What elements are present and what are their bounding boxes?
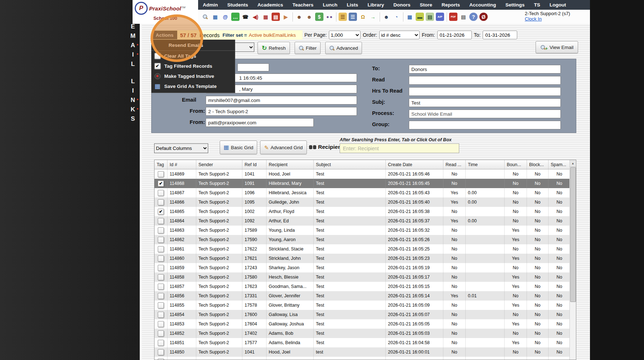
ap-icon[interactable]: A/P — [436, 13, 444, 21]
column-header-boun[interactable]: Boun... — [505, 160, 527, 169]
columns-select[interactable]: Default Columns — [154, 143, 208, 153]
form-input-left-4[interactable] — [206, 107, 357, 116]
tag-checkbox[interactable] — [158, 227, 164, 234]
table-row[interactable]: 114854Tech Support-217600Galloway, LisaT… — [155, 310, 576, 319]
order-select[interactable]: id # desc — [379, 31, 420, 39]
actions-button[interactable]: Actions — [152, 31, 177, 39]
nav-item-reports[interactable]: Reports — [437, 0, 465, 10]
nav-item-logout[interactable]: Logout — [545, 0, 571, 10]
menu-item-clear-all-tags[interactable]: Clear All Tags — [151, 51, 235, 61]
nav-item-admin[interactable]: Admin — [198, 0, 223, 10]
table-row[interactable]: 114861Tech Support-217622Strickland, Sta… — [155, 244, 576, 254]
column-header-spam[interactable]: Spam... — [549, 160, 571, 169]
nurse-icon[interactable]: ☻ — [295, 13, 303, 21]
tag-checkbox[interactable] — [158, 265, 164, 271]
column-header-recipient[interactable]: Recipient — [267, 160, 314, 169]
pdf-icon[interactable]: PDF — [449, 13, 457, 21]
nav-item-accounting[interactable]: Accounting — [465, 0, 501, 10]
clock-in-link[interactable]: Clock In — [525, 16, 608, 22]
table-row[interactable]: 114867Tech Support-21096Hillebrand, Jess… — [155, 188, 576, 197]
table-row[interactable]: 114855Tech Support-217578Glover, Brittan… — [155, 301, 576, 310]
table-row[interactable]: 114852Tech Support-217402Adams, BobTest2… — [155, 329, 576, 338]
table-row[interactable]: 114864Tech Support-21092Arthur, EdTest20… — [155, 216, 576, 226]
megaphone-icon[interactable]: ▶ — [282, 13, 290, 21]
tag-checkbox[interactable] — [158, 349, 164, 355]
tag-checkbox[interactable] — [158, 181, 164, 187]
bell-icon[interactable]: Ω — [359, 13, 367, 21]
calendar-grid-icon[interactable]: ▦ — [261, 13, 270, 21]
column-header-block[interactable]: Block... — [527, 160, 549, 169]
family-icon[interactable]: ☻☻ — [325, 13, 334, 21]
tag-checkbox[interactable] — [158, 190, 164, 196]
cash-printer-icon[interactable]: ▤ — [426, 13, 434, 21]
tag-checkbox[interactable] — [158, 255, 164, 262]
column-header-read[interactable]: Read ... — [443, 160, 466, 169]
scroll-up-button[interactable]: ▲ — [570, 160, 576, 167]
table-row[interactable]: 114865Tech Support-21002Arthur, FloydTes… — [155, 207, 576, 216]
menu-item-resend-emails[interactable]: Resend Emails — [151, 40, 235, 51]
parent-icon[interactable]: ☻ — [305, 13, 313, 21]
from-date-input[interactable] — [437, 31, 472, 39]
nav-item-settings[interactable]: Settings — [501, 0, 529, 10]
tag-checkbox[interactable] — [158, 302, 164, 308]
menu-item-make-tagged-inactive[interactable]: Make Tagged Inactive — [151, 71, 235, 81]
column-header-id[interactable]: Id # — [167, 160, 196, 169]
tag-checkbox[interactable] — [158, 209, 164, 215]
nav-item-lists[interactable]: Lists — [342, 0, 363, 10]
advanced-button[interactable]: Advanced — [325, 42, 362, 54]
table-row[interactable]: 114859Tech Support-217243Sharkey, JasonT… — [155, 263, 576, 272]
table-row[interactable]: 114851Tech Support-217577Adams, BelindaT… — [155, 338, 576, 347]
sound-icon[interactable]: ◀) — [251, 13, 260, 21]
tag-checkbox[interactable] — [158, 237, 164, 243]
form-input-read[interactable] — [409, 76, 561, 85]
to-date-input[interactable] — [483, 31, 517, 39]
table-row[interactable]: 114863Tech Support-217589Young, LindaTes… — [155, 226, 576, 235]
form-input-group[interactable] — [409, 121, 561, 129]
print-icon[interactable]: ▤ — [459, 13, 468, 21]
form-input-left-3[interactable] — [206, 96, 357, 105]
per-page-select[interactable]: 1,000 — [329, 31, 361, 39]
nav-item-ts[interactable]: TS — [529, 0, 545, 10]
tag-checkbox[interactable] — [158, 274, 164, 280]
tag-checkbox[interactable] — [158, 312, 164, 318]
form-input-subj[interactable] — [409, 98, 561, 107]
tag-checkbox[interactable] — [158, 171, 164, 177]
table-row[interactable]: 114866Tech Support-21095Gulledge, JohnTe… — [155, 197, 576, 207]
form-input-to[interactable] — [409, 65, 561, 74]
nav-item-students[interactable]: Students — [223, 0, 253, 10]
column-header-create-date[interactable]: Create Date — [386, 160, 443, 169]
tag-checkbox[interactable] — [158, 293, 164, 299]
table-row[interactable]: 114850Tech Support-21041Hood, Joeltest20… — [155, 347, 576, 357]
nav-item-store[interactable]: Store — [415, 0, 437, 10]
staff-icon[interactable]: ☻ — [382, 13, 390, 21]
nav-item-lunch[interactable]: Lunch — [318, 0, 342, 10]
table-row[interactable]: 114857Tech Support-217623Goodman, Sama..… — [155, 282, 576, 291]
table-row[interactable]: 114858Tech Support-217580Hesch, BlessieT… — [155, 272, 576, 282]
menu-item-save-grid-as-template[interactable]: ▦Save Grid As Template — [151, 81, 235, 91]
column-header-subject[interactable]: Subject — [314, 160, 386, 169]
recipient-search-input[interactable] — [340, 143, 459, 153]
table-row[interactable]: 114862Tech Support-217590Young, AaronTes… — [155, 235, 576, 244]
tag-checkbox[interactable] — [158, 359, 164, 360]
table-row[interactable]: 114868Tech Support-21091Hillebrand, Mary… — [155, 179, 576, 188]
kiosk-icon[interactable]: ☰ — [349, 13, 357, 21]
phone-icon[interactable]: ☎ — [241, 13, 250, 21]
calendar-icon[interactable]: ▤ — [272, 13, 280, 21]
nav-item-teachers[interactable]: Teachers — [288, 0, 318, 10]
scrollbar-thumb[interactable] — [570, 167, 576, 302]
refresh-button[interactable]: ↻Refresh — [258, 42, 290, 54]
clock-icon[interactable]: ◔ — [392, 13, 401, 21]
tag-checkbox[interactable] — [158, 321, 164, 327]
nav-item-donors[interactable]: Donors — [389, 0, 415, 10]
column-header-sender[interactable]: Sender — [196, 160, 242, 169]
table-row[interactable]: 114853Tech Support-217604Galloway, Joshu… — [155, 319, 576, 329]
view-email-button[interactable]: +View Email — [536, 41, 578, 53]
chat-icon[interactable]: … — [231, 13, 240, 21]
table-row[interactable]: 114869Tech Support-21041Hood, JoelTest20… — [155, 169, 576, 179]
form-input-hrs-to-read[interactable] — [409, 87, 561, 96]
lunch-icon[interactable]: ☰ — [339, 13, 347, 21]
form-input-left-5[interactable] — [206, 118, 314, 127]
advanced-grid-button[interactable]: ✎Advanced Grid — [260, 141, 307, 154]
form-input-left-0[interactable] — [237, 63, 269, 71]
tag-checkbox[interactable] — [158, 340, 164, 346]
